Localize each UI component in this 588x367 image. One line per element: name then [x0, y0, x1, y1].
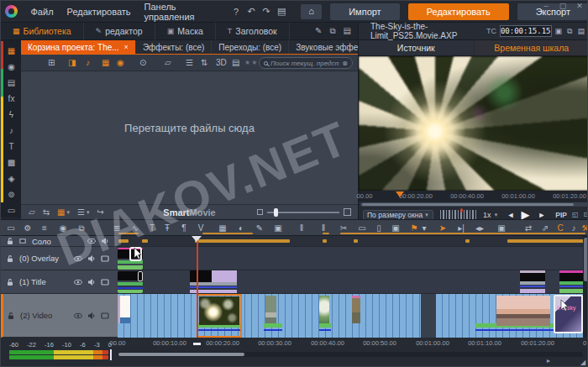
timeline-vertical-scrollbar[interactable] [583, 236, 588, 338]
playhead-handle[interactable] [192, 236, 202, 247]
zoom-knob[interactable] [274, 208, 278, 217]
group-view-icon[interactable]: ☰ [186, 57, 193, 69]
bin-tab-project[interactable]: Корзина проекта: The... × [21, 40, 136, 54]
mode-tab[interactable]: ✎редактор [84, 23, 155, 40]
send-to-timeline-icon[interactable]: ↪ [97, 207, 104, 217]
track-header-solo[interactable]: Соло [1, 236, 118, 247]
lock-icon[interactable] [8, 279, 13, 286]
lock-icon[interactable] [8, 312, 13, 319]
refresh-icon[interactable]: ⇆ [43, 207, 50, 217]
track-header-title[interactable]: (1) Title [1, 270, 118, 294]
resize-icon[interactable]: ◱ [572, 211, 579, 218]
duplicate-icon[interactable]: ⧉ [76, 222, 87, 234]
fullscreen-icon[interactable]: ⊡ [584, 211, 588, 218]
sidebar-voice-icon[interactable]: ⊚ [4, 188, 18, 202]
step-forward-button[interactable]: ► [538, 211, 545, 219]
help-icon[interactable]: ? [228, 7, 244, 17]
minimize-button[interactable]: – [542, 2, 550, 10]
pip-track-icon[interactable] [102, 313, 108, 318]
edit-mode-button[interactable]: Редактировать [408, 3, 509, 20]
range-marker[interactable] [118, 239, 129, 243]
eye-icon[interactable] [75, 313, 82, 317]
photo-filter-icon[interactable]: ▦ [102, 57, 109, 69]
close-button[interactable]: ✕ [575, 2, 584, 10]
copy-icon[interactable]: ⧉ [329, 26, 335, 36]
mini-play-icon[interactable]: ▸ [547, 357, 550, 364]
library-content[interactable]: Перетащите файлы сюда [21, 71, 358, 204]
range-marker[interactable] [142, 239, 148, 243]
tab-timeline[interactable]: Временная шкала [475, 40, 588, 55]
export-frame-icon[interactable]: ▣ [555, 27, 563, 35]
pip-track-icon[interactable] [102, 280, 108, 285]
sidebar-project-bin-icon[interactable]: ▦ [4, 45, 18, 58]
video-filter-icon[interactable]: ◨ [68, 57, 76, 69]
menu-item[interactable]: Панель управления [138, 2, 229, 22]
mode-tab[interactable]: ▣Маска [155, 23, 216, 40]
sidebar-montage-icon[interactable]: ▩ [4, 156, 18, 170]
resize-grip-icon[interactable]: ◢ [580, 359, 585, 366]
speaker-icon[interactable] [88, 279, 94, 286]
thumbnail-zoom-slider[interactable] [257, 208, 358, 216]
sidebar-photos-icon[interactable]: ▤ [4, 76, 18, 90]
timecode-field[interactable]: 00:00:15.15 [500, 25, 552, 37]
thumbnail-toggle-icon[interactable] [19, 239, 26, 244]
range-marker[interactable] [195, 239, 290, 243]
timeline-clip[interactable] [496, 296, 550, 326]
title-editor-icon[interactable]: T [147, 222, 157, 234]
sidebar-disc-menu-icon[interactable]: ▭ [4, 204, 18, 218]
scenes-icon[interactable]: ▤ [232, 57, 239, 69]
eye-icon[interactable] [88, 239, 96, 243]
eye-icon[interactable] [75, 256, 82, 260]
home-button[interactable]: ⌂ [301, 4, 322, 19]
sidebar-transitions-icon[interactable]: ϟ [4, 108, 18, 122]
search-input[interactable]: Поиск текущ. представления ⊗ [259, 57, 353, 69]
lock-icon[interactable] [8, 238, 13, 244]
lane-title[interactable] [118, 270, 583, 294]
customize-toolbar-icon[interactable]: ▭ [6, 222, 16, 234]
step-back-button[interactable]: ◄ [507, 211, 514, 219]
sidebar-effects-icon[interactable]: fx [4, 92, 18, 106]
record-icon[interactable]: ◉ [58, 222, 68, 234]
sort-icon[interactable]: ⇅ [201, 57, 207, 69]
eye-icon[interactable] [75, 280, 82, 284]
split-ab-icon[interactable]: ‖ [297, 222, 307, 234]
brush-icon[interactable]: ✎ [315, 26, 322, 36]
maximize-button[interactable]: ▢ [559, 2, 567, 10]
view-3d-icon[interactable]: 3D [216, 57, 227, 69]
menu-item[interactable]: Файл [24, 7, 60, 17]
tag-icon[interactable]: ▱ [29, 207, 35, 217]
close-tab-icon[interactable]: × [124, 43, 129, 51]
range-marker[interactable] [323, 239, 327, 243]
list-view-dropdown-icon[interactable]: ▾ [87, 209, 90, 216]
track-header-video[interactable]: (2) Video [1, 294, 118, 338]
grid-view-dropdown-icon[interactable]: ▾ [67, 209, 71, 216]
speaker-icon[interactable] [88, 312, 94, 319]
tab-source[interactable]: Источник [359, 40, 475, 55]
audio-filter-icon[interactable]: ♪ [86, 57, 90, 69]
timeline-clip[interactable] [319, 296, 329, 323]
pip-track-icon[interactable] [102, 256, 108, 261]
grid-view-icon[interactable]: ▦ [57, 207, 65, 217]
overlay-image-icon[interactable]: ▣ [273, 222, 283, 234]
redo-icon[interactable]: ↷ [259, 6, 274, 17]
timeline-playhead[interactable] [197, 236, 198, 338]
timeline-ruler[interactable]: 00.0000:00:10.0000:00:20.0000:00:30.0000… [118, 339, 583, 349]
list-view-icon[interactable]: ☰ [77, 207, 85, 217]
marker-menu-icon[interactable]: ≡ [39, 222, 50, 234]
speed-select[interactable]: 1x [483, 211, 491, 219]
lane-video[interactable]: the-sky [118, 294, 583, 338]
player-ruler[interactable]: 00.0000:00:20.0000:00:40.0000:01:00.0000… [359, 191, 588, 202]
sidebar-layers-icon[interactable]: ◈ [4, 172, 18, 186]
timeline-clip[interactable] [265, 296, 276, 323]
lock-icon[interactable] [8, 255, 13, 262]
projects-filter-icon[interactable]: ◉ [117, 57, 124, 69]
eraser-icon[interactable]: ✎ [255, 222, 265, 234]
timeline-clip[interactable] [264, 323, 282, 333]
preview-zoom-select[interactable]: По размеру окна▼ [363, 210, 433, 220]
notes-icon[interactable]: ▤ [274, 6, 289, 17]
clear-search-icon[interactable]: ⊗ [342, 60, 348, 67]
speaker-icon[interactable] [88, 255, 94, 262]
audio-scrub-widget[interactable] [440, 210, 477, 219]
range-marker[interactable] [507, 239, 583, 243]
menu-item[interactable]: Редактировать [60, 7, 138, 17]
